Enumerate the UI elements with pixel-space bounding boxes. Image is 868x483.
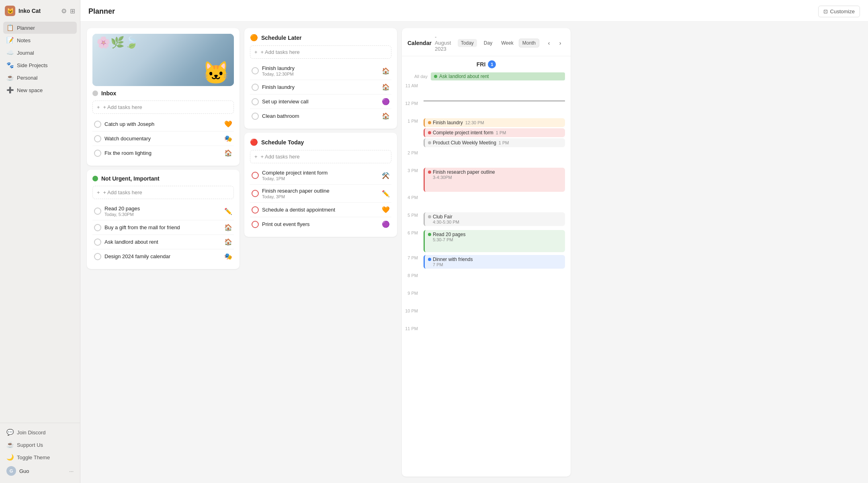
schedule-later-title: Schedule Later xyxy=(261,35,301,41)
task-checkbox[interactable] xyxy=(94,121,101,128)
calendar-today-button[interactable]: Today xyxy=(458,39,477,47)
time-label: 11 AM xyxy=(402,82,422,88)
event-dot xyxy=(428,215,431,218)
calendar-event[interactable]: Finish research paper outline 3-4:30PM xyxy=(424,168,565,192)
event-title: Product Club Weekly Meeting xyxy=(433,140,496,146)
table-row: Schedule a dentist appointment 🧡 xyxy=(250,203,391,217)
task-name: Print out event flyers xyxy=(262,221,379,227)
task-checkbox[interactable] xyxy=(94,208,101,215)
task-checkbox[interactable] xyxy=(94,224,101,231)
task-checkbox[interactable] xyxy=(94,253,101,260)
task-info: Finish laundry Today, 12:30PM xyxy=(262,65,379,76)
task-checkbox[interactable] xyxy=(94,150,101,157)
schedule-later-icon: 🟠 xyxy=(250,34,258,41)
event-time: 4:30-5:30 PM xyxy=(428,220,459,224)
settings-icon[interactable]: ⚙ xyxy=(61,7,67,15)
task-info: Buy a gift from the mall for friend xyxy=(104,224,221,230)
task-tag-icon: 🏠 xyxy=(382,83,390,91)
support-us-item[interactable]: ☕ Support Us xyxy=(3,439,77,451)
task-checkbox[interactable] xyxy=(252,172,259,179)
toggle-theme-item[interactable]: 🌙 Toggle Theme xyxy=(3,451,77,463)
task-tag-icon: 🏠 xyxy=(224,224,232,231)
join-discord-item[interactable]: 💬 Join Discord xyxy=(3,426,77,438)
user-avatar: G xyxy=(6,466,16,476)
not-urgent-add-task[interactable]: + + Add tasks here xyxy=(92,186,234,199)
event-time: 1 PM xyxy=(496,130,506,135)
task-name: Buy a gift from the mall for friend xyxy=(104,224,221,230)
event-title: Club Fair xyxy=(433,214,452,220)
task-subtitle: Today, 5:30PM xyxy=(104,212,221,217)
task-checkbox[interactable] xyxy=(94,238,101,246)
list-item: 1 PM Finish laundry 12:30 PM xyxy=(402,117,571,149)
sidebar-bottom: 💬 Join Discord ☕ Support Us 🌙 Toggle The… xyxy=(0,423,80,483)
schedule-today-title: Schedule Today xyxy=(261,139,304,146)
middle-column: 🟠 Schedule Later + + Add tasks here Fini… xyxy=(244,28,397,477)
sidebar-header: 🐱 Inko Cat ⚙ ⊞ xyxy=(0,0,80,20)
time-label: 3 PM xyxy=(402,167,422,173)
calendar-month-view[interactable]: Month xyxy=(519,39,539,47)
task-tag-icon: 🧡 xyxy=(382,206,390,214)
task-name: Finish laundry xyxy=(262,84,379,90)
schedule-later-add-task[interactable]: + + Add tasks here xyxy=(250,45,391,59)
task-checkbox[interactable] xyxy=(252,221,259,228)
cal-events xyxy=(422,82,571,100)
event-row: Dinner with friends xyxy=(428,257,473,262)
event-dot xyxy=(428,233,431,236)
layout-icon[interactable]: ⊞ xyxy=(70,7,75,15)
allday-event[interactable]: Ask landlord about rent xyxy=(431,72,565,80)
personal-icon: ☕ xyxy=(6,74,14,81)
schedule-today-add-task[interactable]: + + Add tasks here xyxy=(250,150,391,163)
sidebar-item-personal[interactable]: ☕ Personal xyxy=(3,72,77,84)
calendar-next-button[interactable]: › xyxy=(555,38,565,48)
event-row: Finish laundry 12:30 PM xyxy=(428,120,484,125)
task-info: Print out event flyers xyxy=(262,221,379,227)
task-checkbox[interactable] xyxy=(252,113,259,120)
schedule-today-card: 🔴 Schedule Today + + Add tasks here Comp… xyxy=(244,133,397,237)
task-name: Read 20 pages xyxy=(104,206,221,212)
calendar-navigation: ‹ › xyxy=(544,38,565,48)
flower-decoration: 🌸🌿🍃 xyxy=(96,36,139,49)
task-checkbox[interactable] xyxy=(252,98,259,105)
sidebar-item-label: Notes xyxy=(17,37,31,43)
calendar-event[interactable]: Club Fair 4:30-5:30 PM xyxy=(424,212,565,226)
task-checkbox[interactable] xyxy=(252,67,259,74)
inbox-add-task[interactable]: + + Add tasks here xyxy=(92,101,234,114)
task-checkbox[interactable] xyxy=(252,206,259,214)
calendar-event[interactable]: Read 20 pages 5:30-7 PM xyxy=(424,230,565,252)
table-row: Design 2024 family calendar 🎭 xyxy=(92,249,234,263)
sidebar-item-label: New space xyxy=(17,87,43,93)
task-checkbox[interactable] xyxy=(252,190,259,197)
list-item: 6 PM Read 20 pages 5:30-7 PM xyxy=(402,229,571,254)
sidebar-item-side-projects[interactable]: 🐾 Side Projects xyxy=(3,59,77,71)
task-name: Design 2024 family calendar xyxy=(104,253,221,259)
sidebar-item-notes[interactable]: 📝 Notes xyxy=(3,34,77,46)
event-time: 12:30 PM xyxy=(465,120,484,125)
calendar-week-view[interactable]: Week xyxy=(497,39,517,47)
task-name: Complete project intent form xyxy=(262,170,379,176)
calendar-event[interactable]: Finish laundry 12:30 PM xyxy=(424,118,565,127)
list-item: 2 PM xyxy=(402,149,571,167)
calendar-event[interactable]: Dinner with friends 7 PM xyxy=(424,255,565,269)
task-checkbox[interactable] xyxy=(94,135,101,142)
task-checkbox[interactable] xyxy=(252,84,259,91)
time-label: 7 PM xyxy=(402,254,422,260)
list-item: 4 PM xyxy=(402,194,571,212)
calendar-day-view[interactable]: Day xyxy=(480,39,496,47)
calendar-event[interactable]: Complete project intent form 1 PM xyxy=(424,128,565,137)
journal-icon: ☁️ xyxy=(6,49,14,56)
cal-events: Finish research paper outline 3-4:30PM xyxy=(422,167,571,194)
task-info: Schedule a dentist appointment xyxy=(262,207,379,213)
customize-button[interactable]: ⊡ Customize xyxy=(818,6,860,17)
sidebar-item-new-space[interactable]: ➕ New space xyxy=(3,84,77,96)
sidebar-header-actions: ⚙ ⊞ xyxy=(61,7,75,15)
user-menu-icon[interactable]: ··· xyxy=(69,468,74,474)
sidebar-item-planner[interactable]: 📋 Planner xyxy=(3,22,77,34)
task-info: Catch up with Joseph xyxy=(104,121,221,127)
task-tag-icon: 🧡 xyxy=(224,120,232,128)
calendar-body: FRI 1 All day Ask landlord about rent 11… xyxy=(402,56,571,477)
calendar-prev-button[interactable]: ‹ xyxy=(544,38,554,48)
calendar-event[interactable]: Product Club Weekly Meeting 1 PM xyxy=(424,138,565,147)
discord-icon: 💬 xyxy=(6,429,14,436)
list-item: 11 PM xyxy=(402,325,571,343)
sidebar-item-journal[interactable]: ☁️ Journal xyxy=(3,47,77,59)
